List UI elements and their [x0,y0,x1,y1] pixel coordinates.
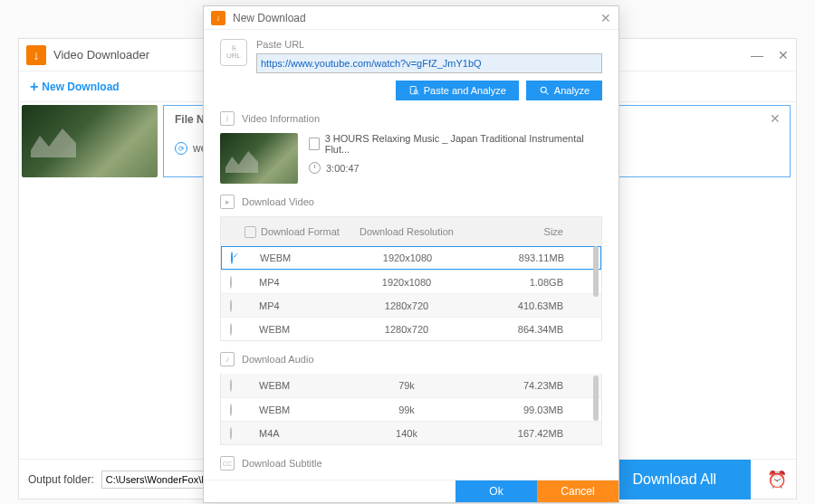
col-format-label: Download Format [261,226,340,237]
table-header: Download Format Download Resolution Size [221,217,601,246]
ok-button[interactable]: Ok [455,480,537,502]
radio-icon[interactable] [230,323,232,336]
download-video-header: ▸ Download Video [220,195,602,209]
schedule-icon[interactable]: ⏰ [767,470,787,490]
clock-icon [309,162,321,174]
cell-format: WEBM [240,252,349,263]
video-title: 3 HOURS Relaxing Music _ Japan Tradition… [325,133,602,155]
svg-point-3 [541,87,546,92]
download-audio-header: ♪ Download Audio [220,352,602,366]
table-row[interactable]: WEBM 1920x1080 893.11MB [221,246,601,270]
output-folder-label: Output folder: [28,473,94,486]
download-subtitle-label: Download Subtitle [242,458,322,469]
table-row[interactable]: WEBM 79k 74.23MB [221,374,601,397]
cell-format: WEBM [239,324,348,335]
video-thumbnail[interactable] [22,105,158,177]
plus-icon: + [30,79,38,95]
cell-format: WEBM [239,404,348,415]
cell-resolution: 99k [348,404,465,415]
table-row[interactable]: WEBM 1280x720 864.34MB [221,317,601,340]
format-icon: ⟳ [175,142,187,155]
audio-icon: ♪ [220,352,235,366]
radio-icon[interactable] [231,252,233,264]
url-input[interactable] [256,53,602,73]
col-size-label: Size [544,226,563,237]
video-format-table: Download Format Download Resolution Size… [220,216,602,341]
col-resolution-label: Download Resolution [360,226,454,237]
cell-resolution: 1280x720 [348,324,465,335]
download-all-button[interactable]: Download All [599,460,752,499]
svg-line-2 [417,93,418,95]
audio-format-table: WEBM 79k 74.23MB WEBM 99k 99.03MB M4A 14… [220,374,602,445]
dialog-close-button[interactable]: ✕ [600,11,611,25]
table-row[interactable]: WEBM 99k 99.03MB [221,397,601,421]
analyze-label: Analyze [554,85,590,96]
paste-analyze-button[interactable]: Paste and Analyze [396,81,519,100]
cancel-button[interactable]: Cancel [537,480,618,502]
svg-line-4 [545,92,548,95]
download-subtitle-header: CC Download Subtitle [220,456,602,471]
cell-size: 99.03MB [465,404,574,415]
dialog-titlebar: ↓ New Download ✕ [204,6,618,30]
table-row[interactable]: M4A 140k 167.42MB [221,421,601,444]
search-icon [539,85,550,96]
card-close-button[interactable]: ✕ [770,111,781,126]
download-audio-label: Download Audio [242,354,314,365]
format-header-icon [244,226,256,238]
radio-icon[interactable] [230,427,232,440]
app-logo-icon: ↓ [26,45,46,65]
scrollbar[interactable] [593,246,599,297]
url-icon: ⎘URL [220,39,247,66]
radio-icon[interactable] [230,276,232,289]
dialog-thumbnail [220,133,298,184]
cell-size: 167.42MB [465,428,574,439]
analyze-button[interactable]: Analyze [526,81,602,100]
cell-size: 1.08GB [465,277,574,288]
video-info-header: i Video Information [220,111,602,126]
dialog-title: New Download [233,12,600,24]
paste-icon [408,85,419,96]
paste-analyze-label: Paste and Analyze [424,85,506,96]
table-row[interactable]: MP4 1920x1080 1.08GB [221,270,601,293]
cell-resolution: 140k [348,428,465,439]
info-icon: i [220,111,235,126]
cell-size: 74.23MB [465,380,574,391]
video-duration: 3:00:47 [326,163,360,174]
cell-size: 410.63MB [465,300,574,311]
close-button[interactable]: ✕ [778,48,789,62]
new-download-label: New Download [42,81,119,93]
cell-resolution: 1920x1080 [349,252,466,263]
cell-format: M4A [239,428,348,439]
radio-icon[interactable] [230,300,232,312]
scrollbar[interactable] [593,376,599,421]
video-icon: ▸ [220,195,235,209]
dialog-logo-icon: ↓ [211,11,225,25]
minimize-button[interactable]: — [751,48,763,62]
radio-icon[interactable] [230,379,232,392]
download-video-label: Download Video [242,196,314,207]
dialog-footer-buttons: Ok Cancel [204,480,618,502]
cc-icon: CC [220,456,235,471]
new-download-button[interactable]: + New Download [30,79,120,95]
cell-size: 864.34MB [465,324,574,335]
cell-size: 893.11MB [466,252,575,263]
new-download-dialog: ↓ New Download ✕ ⎘URL Paste URL Paste an… [203,5,619,503]
cell-resolution: 79k [348,380,465,391]
cell-resolution: 1920x1080 [348,277,465,288]
cell-resolution: 1280x720 [348,300,465,311]
radio-icon[interactable] [230,404,232,416]
cell-format: MP4 [239,300,348,311]
cell-format: WEBM [239,380,348,391]
paste-url-label: Paste URL [256,39,602,50]
table-row[interactable]: MP4 1280x720 410.63MB [221,293,601,317]
video-info-label: Video Information [242,113,320,124]
file-icon [309,138,320,150]
cell-format: MP4 [239,277,348,288]
